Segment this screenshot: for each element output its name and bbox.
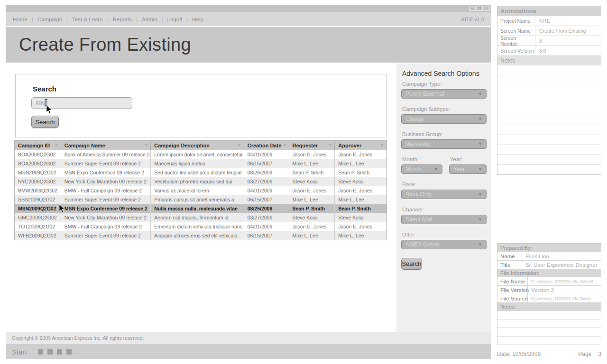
dropdown-channel[interactable]: Direct Mail▼ — [401, 215, 487, 224]
dropdown-campaign-subtype[interactable]: Charge▼ — [401, 114, 487, 124]
nav-item-admin[interactable]: Admin — [142, 17, 157, 22]
column-header-campaign-description[interactable]: Campaign Description▼ — [151, 141, 244, 150]
annotation-value: 3 — [535, 36, 601, 46]
table-header-row: Campaign ID▼Campaign Name▼Campaign Descr… — [15, 141, 386, 150]
table-row[interactable]: TOT2009Q2G02BMW - Fall Campaign 09 relea… — [15, 222, 386, 231]
nav-menu: Home|Campaign|Test & Learn|Reports|Admin… — [13, 17, 203, 22]
table-row[interactable]: BOA2009Q2G02Bank of America Summer 09 re… — [15, 150, 386, 159]
prepared-row-name: NameElios Lino — [497, 252, 601, 260]
table-row[interactable]: WFB2009Q2G02Summer Super Event 09 releas… — [15, 231, 386, 240]
cell-campaign-id: TOT2009Q2G02 — [15, 222, 61, 231]
cell-campaign-description: Vamus ac placerat lorem — [151, 186, 244, 195]
copyright-text: Copyright © 2009 American Express Inc. A… — [12, 335, 144, 341]
minimize-icon[interactable] — [469, 6, 476, 11]
taskbar-item-icon[interactable] — [57, 349, 62, 355]
copyright-bar: Copyright © 2009 American Express Inc. A… — [6, 332, 491, 344]
annotation-label: Screen Number — [497, 36, 535, 46]
month-year-labels: Month: Year: — [401, 149, 487, 164]
taskbar-divider — [76, 347, 76, 356]
table-row[interactable]: BMW2009Q2G02BMW - Fall Campaign 09 relea… — [15, 186, 386, 195]
advanced-search-fields-bottom: Base:Bank Only▼Channel:Direct Mail▼Offer… — [401, 182, 487, 249]
table-row[interactable]: NYC2009Q2G02New York City Marathon 09 re… — [15, 177, 386, 186]
cell-campaign-name: New York City Marathon 09 release 2 — [61, 213, 151, 222]
cell-campaign-id: MSN2009Q2G02 — [15, 168, 61, 177]
annotations-note-rows — [497, 65, 601, 174]
column-header-label: Requester — [293, 143, 318, 148]
cell-creation-date: 08/25/2008 — [244, 204, 289, 213]
prepared-label: Name — [497, 252, 522, 260]
taskbar-item-icon[interactable] — [38, 349, 43, 355]
cell-campaign-id: BMW2009Q2G02 — [15, 186, 61, 195]
nav-item-reports[interactable]: Reports — [113, 17, 132, 22]
dropdown-business-group[interactable]: Marketing▼ — [401, 139, 487, 149]
nav-separator: | — [186, 17, 188, 22]
dropdown-base[interactable]: Bank Only▼ — [401, 190, 487, 199]
nav-item-home[interactable]: Home — [13, 17, 28, 22]
month-dropdown[interactable]: Month ▼ — [401, 164, 442, 174]
table-row[interactable]: GMC2009Q2G02New York City Marathon 09 re… — [15, 213, 386, 222]
prepared-value: Sr. User Experience Designer — [522, 261, 601, 269]
restore-icon[interactable] — [477, 6, 483, 11]
table-row-selected[interactable]: MSN2009Q2G02MSN Expo Conference 09 relea… — [15, 204, 386, 213]
year-label: Year: — [450, 156, 487, 162]
chevron-down-icon: ▼ — [432, 167, 438, 172]
column-header-campaign-id[interactable]: Campaign ID▼ — [15, 141, 61, 150]
file-information-rows: File Name01_campaign_10052009_v3a_2pm.pd… — [497, 277, 601, 302]
year-dropdown[interactable]: Year ▼ — [449, 164, 487, 174]
field-label-base: Base: — [402, 182, 487, 187]
search-input[interactable] — [31, 97, 132, 109]
sort-down-icon: ▼ — [379, 144, 384, 147]
table-row[interactable]: SSS2009Q2G02Summer Super Event 09 releas… — [15, 195, 386, 204]
close-icon[interactable]: x — [484, 6, 490, 11]
annotations-heading: Annotations — [497, 6, 601, 16]
empty-note-row — [497, 75, 601, 85]
main-nav: Home|Campaign|Test & Learn|Reports|Admin… — [6, 12, 491, 27]
chevron-down-icon: ▼ — [476, 92, 482, 96]
prepared-by-rows: NameElios LinoTitleSr. User Experience D… — [497, 252, 601, 269]
taskbar-item-icon[interactable] — [47, 349, 53, 355]
column-header-approver[interactable]: Approver▼ — [335, 141, 386, 150]
taskbar: Start — [6, 344, 491, 359]
advanced-search-button[interactable]: Search — [401, 258, 422, 270]
dropdown-campaign-type[interactable]: Purely External▼ — [401, 89, 487, 99]
annotation-label: Screen Name — [497, 26, 535, 36]
table-row[interactable]: BOA2009Q2G02Summer Super Event 09 releas… — [15, 159, 386, 168]
sort-down-icon: ▼ — [236, 144, 241, 147]
cell-campaign-name: New York City Marathon 09 release 2 — [61, 177, 151, 186]
window-titlebar: x — [6, 5, 491, 12]
chevron-down-icon: ▼ — [476, 117, 482, 121]
search-button[interactable]: Search — [31, 116, 59, 128]
nav-item-test-learn[interactable]: Test & Learn — [72, 17, 103, 22]
empty-note-row — [497, 65, 601, 75]
prepared-label: Title — [497, 261, 522, 269]
nav-separator: | — [107, 17, 109, 22]
cell-creation-date: 04/01/2009 — [244, 186, 289, 195]
cell-requester: Jason E. Jones — [289, 150, 335, 159]
file-label: File Version — [497, 286, 528, 294]
cell-approver: Mike L. Lee — [335, 159, 386, 168]
cell-campaign-description: Maecenas ligula metus — [151, 159, 244, 168]
taskbar-item-icon[interactable] — [66, 349, 72, 355]
cell-requester: Mike L. Lee — [289, 231, 335, 240]
column-header-label: Campaign ID — [18, 143, 50, 148]
empty-note-row — [497, 125, 601, 135]
nav-item-logoff[interactable]: Logoff — [167, 17, 183, 22]
file-value: Version 3 — [528, 286, 601, 294]
nav-item-help[interactable]: Help — [192, 17, 203, 22]
nav-separator: | — [162, 17, 163, 22]
annotation-row-screen-number: Screen Number3 — [497, 36, 601, 46]
column-header-requester[interactable]: Requester▼ — [289, 141, 335, 150]
table-row[interactable]: MSN2009Q2G02MSN Expo Conference 09 relea… — [15, 168, 386, 177]
cell-approver: Steve Koss — [335, 213, 386, 222]
dropdown-offer[interactable]: AMEX Green▼ — [401, 240, 487, 249]
file-value: 01_campaign_10052009_v3a_2pm.pdf — [528, 277, 601, 285]
start-button[interactable]: Start — [12, 348, 27, 356]
cell-campaign-id: GMC2009Q2G02 — [15, 213, 61, 222]
column-header-campaign-name[interactable]: Campaign Name▼ — [61, 141, 151, 150]
page-banner: Create From Existing — [6, 27, 491, 63]
nav-item-campaign[interactable]: Campaign — [37, 17, 62, 22]
column-header-creation-date[interactable]: Creation Date▼ — [244, 141, 289, 150]
cell-campaign-description: Pmauris cursus sit amet venenatis a — [151, 195, 244, 204]
annotations-notes-heading: Notes — [497, 55, 601, 65]
table-body: BOA2009Q2G02Bank of America Summer 09 re… — [15, 150, 386, 240]
